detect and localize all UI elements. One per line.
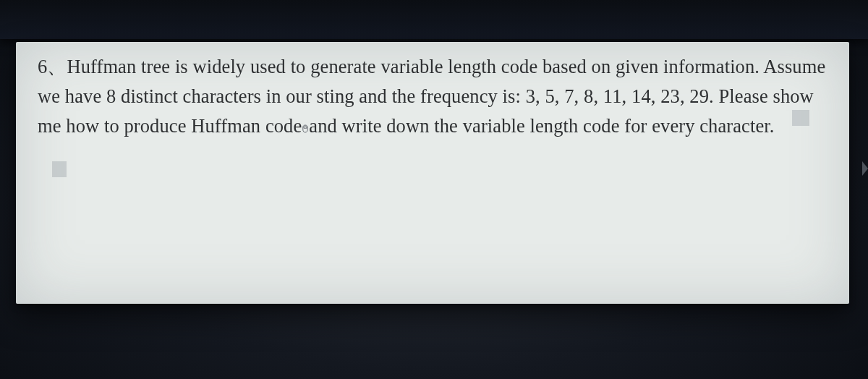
document-page: 6、Huffman tree is widely used to generat…: [16, 42, 849, 304]
selection-highlight: [52, 161, 67, 177]
selection-highlight: [792, 110, 809, 126]
question-line-3b: and write down the variable length code …: [309, 115, 774, 137]
screen-photo: 6、Huffman tree is widely used to generat…: [0, 0, 868, 379]
question-text: 6、Huffman tree is widely used to generat…: [38, 52, 827, 141]
pointer-cursor-icon: [300, 124, 310, 134]
question-line-1: Huffman tree is widely used to generate …: [67, 56, 825, 77]
play-arrow-icon: [862, 158, 868, 179]
svg-marker-0: [862, 161, 868, 176]
question-line-2: we have 8 distinct characters in our sti…: [38, 85, 814, 107]
question-line-3a: me how to produce Huffman code: [38, 115, 302, 137]
question-number: 6、: [38, 56, 67, 77]
monitor-bezel-top: [0, 0, 868, 39]
